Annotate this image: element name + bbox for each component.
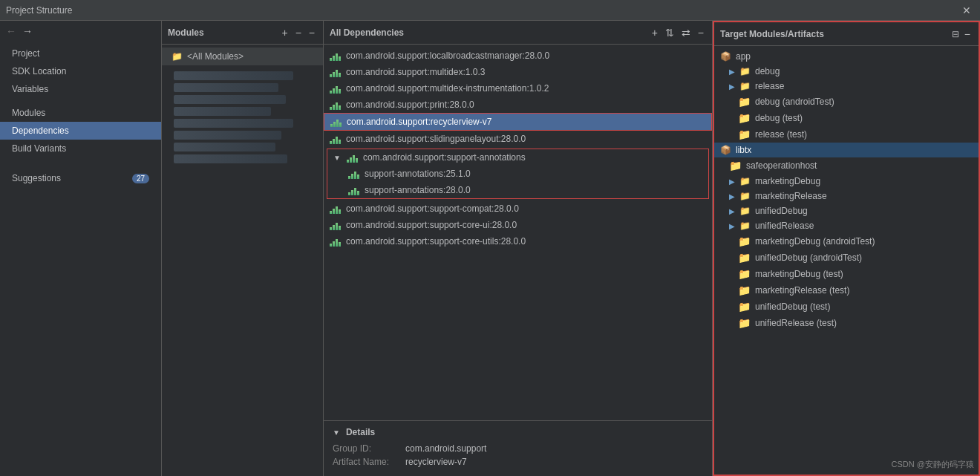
dep-item-recyclerview[interactable]: com.android.support:recyclerview-v7: [324, 113, 712, 131]
target-label: release (test): [755, 129, 807, 140]
target-label: marketingDebug (test): [755, 269, 843, 279]
group-id-value: com.android.support: [405, 443, 486, 454]
expand-arrow: ▶: [729, 192, 735, 200]
folder-icon: 📁: [739, 191, 751, 201]
modules-panel-header: Modules + − −: [162, 21, 323, 45]
filter-dep-button[interactable]: ⇄: [679, 26, 693, 39]
target-label: unifiedRelease: [755, 221, 814, 231]
dep-label: com.android.support:support-core-utils:2…: [346, 236, 526, 247]
deps-panel-header: All Dependencies + ⇅ ⇄ −: [324, 21, 712, 45]
add-module-button[interactable]: +: [279, 26, 290, 39]
target-item-libtx[interactable]: 📦 libtx: [714, 143, 979, 157]
dep-item-support-compat[interactable]: com.android.support:support-compat:28.0.…: [324, 200, 712, 217]
artifact-name-label: Artifact Name:: [333, 457, 399, 467]
target-item-safeoperationhost[interactable]: 📁 safeoperationhost: [714, 157, 979, 174]
deps-panel-title: All Dependencies: [330, 27, 404, 38]
details-artifact-row: Artifact Name: recyclerview-v7: [333, 457, 703, 467]
dep-label: support-annotations:25.1.0: [365, 169, 471, 179]
dep-item-support-annotations[interactable]: ▼ com.android.support:support-annotation…: [327, 149, 708, 166]
add-dep-button[interactable]: +: [650, 26, 660, 39]
deps-panel: All Dependencies + ⇅ ⇄ − com.android.sup…: [324, 21, 713, 476]
target-item-marketingDebug[interactable]: ▶ 📁 marketingDebug: [714, 174, 979, 189]
dep-item-support-core-ui[interactable]: com.android.support:support-core-ui:28.0…: [324, 217, 712, 233]
sort-dep-button[interactable]: ⇅: [663, 26, 676, 39]
target-item-unifiedDebug-test[interactable]: 📁 unifiedDebug (test): [714, 299, 979, 315]
sidebar-item-sdk-location[interactable]: SDK Location: [0, 62, 161, 80]
sidebar-item-variables[interactable]: Variables: [0, 80, 161, 98]
dep-icon: [330, 236, 342, 247]
expand-arrow: ▶: [729, 177, 735, 186]
folder-icon: 📁: [738, 96, 751, 108]
target-label: debug (test): [755, 113, 803, 123]
dep-label: com.android.support:support-compat:28.0.…: [346, 203, 519, 214]
folder-icon: 📁: [739, 176, 751, 186]
dep-item-slidingpanelayout[interactable]: com.android.support:slidingpanelayout:28…: [324, 131, 712, 147]
watermark: CSDN @安静的码字猿: [892, 459, 974, 470]
expand-icon[interactable]: ⊟: [952, 29, 959, 39]
target-label: release: [755, 81, 784, 91]
forward-arrow[interactable]: →: [22, 25, 33, 37]
target-item-debug-test[interactable]: 📁 debug (test): [714, 110, 979, 126]
dep-label: com.android.support:print:28.0.0: [346, 100, 474, 110]
remove-module-button[interactable]: −: [293, 26, 304, 39]
target-item-app[interactable]: 📦 app: [714, 49, 979, 64]
dep-item-print[interactable]: com.android.support:print:28.0.0: [324, 97, 712, 113]
target-label: app: [736, 51, 751, 62]
target-item-marketingRelease[interactable]: ▶ 📁 marketingRelease: [714, 189, 979, 203]
details-expand-icon[interactable]: ▼: [333, 428, 340, 437]
title-bar: Project Structure ✕: [0, 0, 980, 21]
dep-label: com.android.support:support-core-ui:28.0…: [346, 220, 517, 230]
dep-icon: [330, 83, 342, 94]
folder-icon: 📁: [738, 252, 751, 264]
close-button[interactable]: ✕: [959, 4, 974, 16]
back-arrow[interactable]: ←: [6, 25, 16, 37]
module-icon: 📦: [720, 145, 731, 155]
target-item-marketingDebug-androidtest[interactable]: 📁 marketingDebug (androidTest): [714, 233, 979, 250]
dep-item-localbroadcast[interactable]: com.android.support:localbroadcastmanage…: [324, 48, 712, 64]
target-label: marketingRelease: [755, 191, 827, 201]
sidebar-item-project[interactable]: Project: [0, 45, 161, 62]
dep-item-multidex[interactable]: com.android.support:multidex:1.0.3: [324, 64, 712, 80]
dep-item-multidex-instrumentation[interactable]: com.android.support:multidex-instrumenta…: [324, 80, 712, 97]
target-item-unifiedRelease[interactable]: ▶ 📁 unifiedRelease: [714, 218, 979, 233]
minimize-target-button[interactable]: −: [962, 27, 973, 41]
dep-icon: [330, 220, 342, 230]
target-item-marketingRelease-test[interactable]: 📁 marketingRelease (test): [714, 282, 979, 299]
target-item-debug[interactable]: ▶ 📁 debug: [714, 64, 979, 79]
sidebar-item-suggestions[interactable]: Suggestions 27: [0, 169, 161, 187]
target-item-unifiedRelease-test[interactable]: 📁 unifiedRelease (test): [714, 315, 979, 331]
target-list: 📦 app ▶ 📁 debug ▶ 📁 release 📁 debug (and…: [714, 46, 979, 475]
deps-list: com.android.support:localbroadcastmanage…: [324, 45, 712, 420]
folder-icon: 📁: [739, 81, 751, 91]
dep-label: com.android.support:multidex:1.0.3: [346, 67, 485, 77]
dialog-title: Project Structure: [6, 5, 959, 16]
dep-item-annotations-28[interactable]: support-annotations:28.0.0: [327, 182, 708, 198]
target-item-marketingDebug-test[interactable]: 📁 marketingDebug (test): [714, 266, 979, 282]
dep-item-annotations-25[interactable]: support-annotations:25.1.0: [327, 166, 708, 182]
sidebar-item-build-variants[interactable]: Build Variants: [0, 140, 161, 157]
modules-list: 📁 <All Modules>: [162, 45, 323, 476]
dep-icon: [330, 50, 342, 61]
details-title: Details: [346, 427, 375, 437]
dep-label: com.android.support:support-annotations: [363, 152, 526, 163]
target-item-debug-androidtest[interactable]: 📁 debug (androidTest): [714, 94, 979, 110]
folder-icon: 📁: [729, 160, 742, 172]
suggestions-label: Suggestions: [12, 173, 61, 183]
module-item-all[interactable]: 📁 <All Modules>: [162, 48, 323, 65]
minimize-deps-button[interactable]: −: [696, 26, 706, 39]
expand-icon: ▼: [333, 154, 341, 162]
target-item-unifiedDebug-androidtest[interactable]: 📁 unifiedDebug (androidTest): [714, 250, 979, 266]
suggestions-badge: 27: [132, 174, 149, 183]
minimize-modules-button[interactable]: −: [307, 26, 317, 39]
folder-icon: 📁: [738, 284, 751, 296]
sidebar-item-dependencies[interactable]: Dependencies: [0, 122, 161, 140]
dep-icon: [330, 203, 342, 214]
details-header: ▼ Details: [333, 427, 703, 437]
dep-item-support-core-utils[interactable]: com.android.support:support-core-utils:2…: [324, 233, 712, 250]
target-item-release[interactable]: ▶ 📁 release: [714, 79, 979, 94]
group-id-label: Group ID:: [333, 443, 399, 454]
target-item-unifiedDebug[interactable]: ▶ 📁 unifiedDebug: [714, 203, 979, 218]
target-label: marketingDebug: [755, 176, 820, 186]
target-item-release-test[interactable]: 📁 release (test): [714, 126, 979, 143]
sidebar-item-modules[interactable]: Modules: [0, 104, 161, 122]
